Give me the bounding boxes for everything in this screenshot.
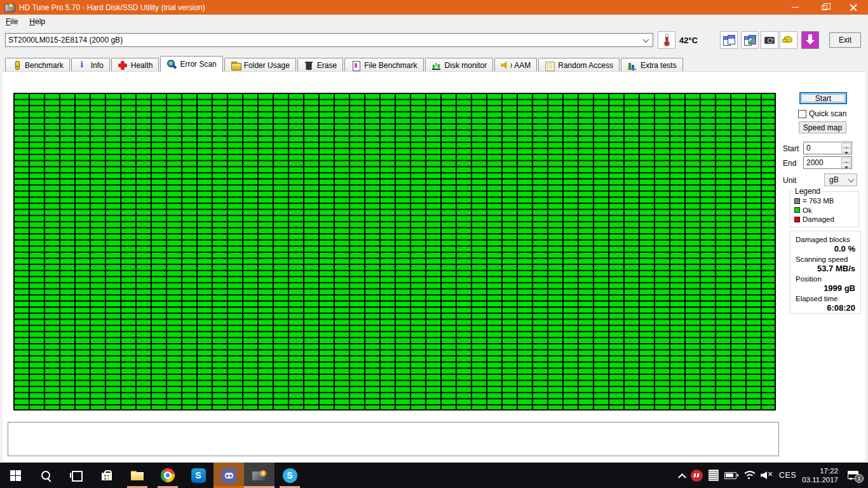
clock-time: 17:22: [802, 466, 838, 475]
battery-icon[interactable]: [724, 472, 736, 479]
taskbar-clock[interactable]: 17:22 03.11.2017: [802, 466, 838, 484]
taskbar-search-button[interactable]: [31, 463, 61, 488]
tab-aam[interactable]: AAM: [494, 58, 537, 72]
health-cross-icon: [118, 61, 128, 70]
start-menu-button[interactable]: [0, 463, 31, 488]
quick-scan-option[interactable]: Quick scan: [798, 109, 846, 118]
temperature-button[interactable]: [658, 31, 675, 49]
windows-logo-icon: [10, 470, 21, 481]
drive-selector-dropdown[interactable]: ST2000LM015-2E8174 (2000 gB): [5, 33, 653, 47]
bar-chart-icon: [431, 61, 442, 70]
task-view-button[interactable]: [61, 463, 92, 488]
tab-erase[interactable]: Erase: [297, 58, 343, 72]
drive-selector-value: ST2000LM015-2E8174 (2000 gB): [8, 36, 123, 44]
close-icon: [850, 4, 857, 11]
speed-map-button[interactable]: Speed map: [799, 121, 846, 133]
restore-button[interactable]: [810, 0, 839, 15]
menu-file[interactable]: File: [0, 16, 24, 27]
error-scan-grid: [13, 93, 776, 410]
scanning-speed-value: 53.7 MB/s: [796, 264, 855, 273]
thermometer-bulb-icon: [664, 41, 670, 46]
download-arrow-icon: [808, 34, 812, 40]
tab-health[interactable]: Health: [111, 58, 159, 72]
start-field-label: Start: [783, 144, 799, 153]
taskbar-discord-button[interactable]: [214, 463, 244, 488]
copy-text-icon: [723, 35, 735, 46]
volume-muted-icon[interactable]: [761, 471, 773, 480]
info-icon: [78, 61, 88, 70]
hand-button[interactable]: [780, 31, 797, 49]
spinner-up-button[interactable]: [841, 158, 851, 163]
tab-bar: Benchmark Info Health Error Scan Folder …: [5, 56, 684, 72]
tab-random-access[interactable]: Random Access: [538, 58, 620, 72]
store-bag-icon: [102, 470, 112, 480]
damaged-blocks-label: Damaged blocks: [796, 236, 857, 243]
action-center-icon[interactable]: 1: [848, 470, 859, 480]
minimize-button[interactable]: [780, 0, 810, 15]
tab-file-benchmark[interactable]: File Benchmark: [344, 58, 423, 72]
random-access-icon: [545, 61, 555, 70]
tab-info[interactable]: Info: [71, 58, 110, 72]
copy-screenshot-button[interactable]: [741, 31, 759, 49]
exit-button[interactable]: Exit: [829, 32, 861, 48]
quick-scan-label: Quick scan: [809, 109, 846, 118]
tab-folder-usage[interactable]: Folder Usage: [224, 58, 296, 72]
start-scan-button[interactable]: Start: [799, 92, 847, 104]
menu-help[interactable]: Help: [24, 16, 51, 27]
system-tray: CES 17:22 03.11.2017 1: [679, 463, 868, 488]
taskbar-skype-button[interactable]: [183, 463, 214, 488]
start-position-input[interactable]: 0: [803, 142, 852, 154]
taskbar-skype-app-button[interactable]: [275, 463, 305, 488]
window-titlebar: HD Tune Pro 5.70 - Hard Disk/SSD Utility…: [0, 0, 868, 15]
block-size-swatch: [794, 198, 800, 204]
tray-red-app-icon[interactable]: [691, 470, 703, 482]
hd-tune-window: HD Tune Pro 5.70 - Hard Disk/SSD Utility…: [0, 0, 868, 488]
copy-text-button[interactable]: [720, 31, 738, 49]
taskbar-file-explorer-button[interactable]: [122, 463, 153, 488]
end-position-input[interactable]: 2000: [803, 156, 852, 169]
wifi-icon[interactable]: [742, 471, 755, 480]
taskbar-hdtune-button[interactable]: [244, 463, 275, 488]
folder-icon: [231, 61, 241, 70]
task-view-icon: [70, 471, 83, 480]
legend-groupbox: Legend = 763 MB Ok Damaged: [790, 191, 859, 227]
speaker-icon: [501, 61, 511, 70]
clock-date: 03.11.2017: [802, 475, 838, 484]
restore-icon: [822, 5, 827, 10]
hand-icon: [784, 36, 792, 43]
position-value: 1999 gB: [796, 283, 855, 293]
language-indicator[interactable]: CES: [779, 471, 796, 480]
file-benchmark-icon: [351, 61, 361, 70]
tab-benchmark[interactable]: Benchmark: [5, 58, 70, 72]
window-title: HD Tune Pro 5.70 - Hard Disk/SSD Utility…: [19, 3, 205, 12]
legend-title: Legend: [793, 187, 822, 196]
benchmark-icon: [11, 61, 22, 70]
tab-error-scan[interactable]: Error Scan: [160, 56, 222, 72]
spinner-down-button[interactable]: [841, 163, 851, 168]
quick-scan-checkbox[interactable]: [798, 110, 806, 118]
extra-tests-icon: [627, 61, 637, 70]
save-screenshot-button[interactable]: [761, 31, 778, 49]
close-button[interactable]: [839, 0, 868, 15]
unit-field-label: Unit: [783, 176, 796, 185]
menubar: File Help: [0, 15, 868, 29]
taskbar-store-button[interactable]: [92, 463, 122, 488]
tab-extra-tests[interactable]: Extra tests: [621, 58, 683, 72]
legend-damaged: Damaged: [794, 215, 858, 223]
taskbar-chrome-button[interactable]: [153, 463, 183, 488]
spinner-up-button[interactable]: [841, 143, 851, 148]
tray-expand-chevron-icon[interactable]: [678, 473, 686, 481]
chrome-icon: [161, 468, 175, 482]
copy-image-icon: [744, 35, 756, 46]
spinner-down-button[interactable]: [841, 148, 851, 153]
legend-ok: Ok: [794, 207, 858, 214]
download-button[interactable]: [801, 31, 819, 49]
chevron-down-icon: [848, 176, 855, 182]
unit-dropdown[interactable]: gB: [824, 173, 857, 186]
tray-notes-icon[interactable]: [709, 470, 719, 481]
position-label: Position: [796, 275, 857, 283]
tab-disk-monitor[interactable]: Disk monitor: [425, 58, 494, 72]
temperature-value: 42°C: [679, 36, 698, 45]
file-explorer-icon: [131, 471, 144, 480]
search-icon: [40, 470, 51, 481]
